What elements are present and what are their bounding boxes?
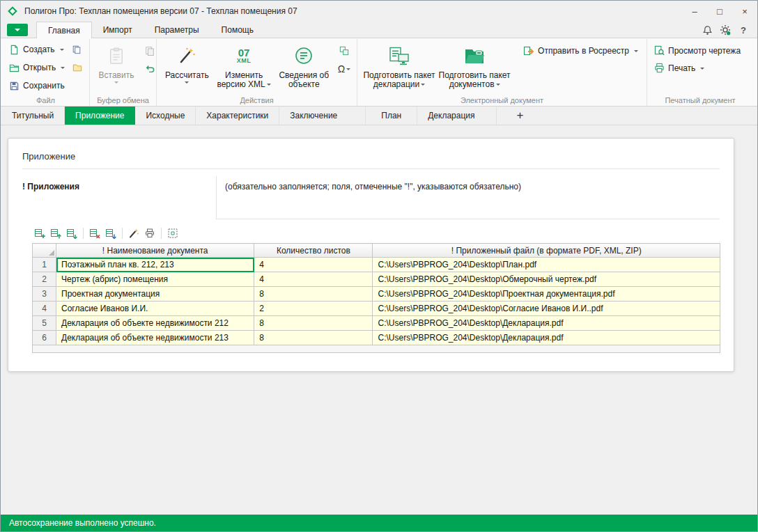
help-icon[interactable]: ? bbox=[736, 23, 750, 37]
copy-button[interactable] bbox=[141, 43, 158, 58]
sheet-count-cell[interactable]: 8 bbox=[254, 316, 373, 331]
attached-file-cell[interactable]: C:\Users\PBPROG_204\Desktop\Проектная до… bbox=[373, 287, 720, 302]
window-title: Полигон Про: Техплан помещения версии 07… bbox=[24, 6, 297, 16]
xml-version-icon: 07 XML bbox=[237, 47, 252, 64]
undo-arrow-icon bbox=[145, 64, 155, 74]
column-header-sheet-count[interactable]: Количество листов bbox=[254, 244, 373, 258]
ribbon-tab-parameters[interactable]: Параметры bbox=[144, 22, 210, 38]
row-number-cell[interactable]: 6 bbox=[33, 331, 56, 345]
delete-row-button[interactable] bbox=[87, 226, 102, 240]
sheet-count-cell[interactable]: 4 bbox=[254, 272, 373, 287]
doc-tab-attachment[interactable]: Приложение bbox=[65, 107, 135, 125]
ribbon-tab-main[interactable]: Главная bbox=[36, 22, 92, 38]
sheets-button[interactable] bbox=[336, 43, 353, 58]
expand-table-button[interactable] bbox=[165, 226, 180, 240]
save-floppy-icon bbox=[9, 81, 20, 91]
print-button[interactable]: Печать bbox=[651, 61, 707, 75]
row-number-cell[interactable]: 5 bbox=[33, 316, 56, 331]
ribbon-tab-help[interactable]: Помощь bbox=[210, 22, 265, 38]
close-button[interactable]: × bbox=[732, 1, 757, 22]
document-name-cell[interactable]: Согласие Иванов И.И. bbox=[56, 302, 254, 316]
row-number-cell[interactable]: 2 bbox=[33, 272, 56, 287]
sheet-count-cell[interactable]: 2 bbox=[254, 302, 373, 316]
doc-tab-characteristics[interactable]: Характеристики bbox=[196, 107, 279, 125]
table-row: 5Декларация об объекте недвижимости 2128… bbox=[33, 316, 720, 331]
add-row-button[interactable] bbox=[32, 226, 47, 240]
drawing-preview-button[interactable]: Просмотр чертежа bbox=[651, 44, 743, 57]
expand-table-icon bbox=[167, 228, 178, 239]
print-table-button[interactable] bbox=[142, 226, 157, 240]
document-name-cell[interactable]: Проектная документация bbox=[56, 287, 254, 302]
attachments-table-body: 1Поэтажный план кв. 212, 2134C:\Users\PB… bbox=[33, 258, 720, 345]
ribbon-group-printed: Просмотр чертежа Печать Печатный докумен… bbox=[647, 39, 753, 106]
insert-row-below-button[interactable] bbox=[64, 226, 79, 240]
add-tab-button[interactable]: + bbox=[506, 107, 534, 125]
app-window: Полигон Про: Техплан помещения версии 07… bbox=[0, 0, 758, 532]
object-info-button[interactable]: Сведения об объекте bbox=[275, 40, 333, 96]
attached-file-cell[interactable]: C:\Users\PBPROG_204\Desktop\Согласие Ива… bbox=[373, 302, 720, 316]
attached-file-cell[interactable]: C:\Users\PBPROG_204\Desktop\Декларация.p… bbox=[373, 331, 720, 345]
symbols-button[interactable]: Ω bbox=[336, 61, 353, 77]
minimize-button[interactable]: – bbox=[682, 1, 707, 22]
save-button[interactable]: Сохранить bbox=[6, 79, 68, 93]
document-name-cell[interactable]: Поэтажный план кв. 212, 213 bbox=[56, 258, 254, 272]
insert-row-above-button[interactable] bbox=[48, 226, 63, 240]
maximize-button[interactable]: □ bbox=[707, 1, 732, 22]
autofill-button[interactable] bbox=[126, 226, 141, 240]
open-button[interactable]: Открыть bbox=[6, 61, 68, 75]
table-header-row: ! Наименование документа Количество лист… bbox=[33, 244, 720, 258]
print-button-label: Печать bbox=[668, 63, 695, 73]
attachments-field-row: ! Приложения (обязательно заполняется; п… bbox=[22, 176, 720, 219]
column-header-attached-file[interactable]: ! Приложенный файл (в формате PDF, XML, … bbox=[373, 244, 720, 258]
table-row: 3Проектная документация8C:\Users\PBPROG_… bbox=[33, 287, 720, 302]
sheet-count-cell[interactable]: 8 bbox=[254, 331, 373, 345]
sheet-count-cell[interactable]: 8 bbox=[254, 287, 373, 302]
paste-button[interactable]: Вставить bbox=[94, 40, 139, 96]
notifications-bell-icon[interactable] bbox=[700, 23, 714, 37]
change-xml-version-button[interactable]: 07 XML Изменить версию XML bbox=[213, 40, 275, 96]
doc-tab-declaration[interactable]: Декларация bbox=[417, 107, 496, 125]
xml-icon-text: XML bbox=[237, 58, 252, 64]
select-all-corner[interactable] bbox=[33, 244, 56, 258]
send-to-rosreestr-button[interactable]: Отправить в Росреестр bbox=[519, 43, 642, 58]
drawing-preview-label: Просмотр чертежа bbox=[668, 46, 741, 56]
move-row-button[interactable] bbox=[103, 226, 118, 240]
doc-tab-source[interactable]: Исходные bbox=[135, 107, 196, 125]
attached-file-cell[interactable]: C:\Users\PBPROG_204\Desktop\Обмерочный ч… bbox=[373, 272, 720, 287]
main-menu-button[interactable] bbox=[7, 24, 28, 36]
attached-file-cell[interactable]: C:\Users\PBPROG_204\Desktop\Декларация.p… bbox=[373, 316, 720, 331]
document-name-cell[interactable]: Декларация об объекте недвижимости 212 bbox=[56, 316, 254, 331]
prepare-documents-package-button[interactable]: Подготовить пакет документов bbox=[437, 40, 512, 96]
object-info-icon bbox=[294, 42, 314, 69]
paste-button-label: Вставить bbox=[99, 71, 134, 80]
row-number-cell[interactable]: 1 bbox=[33, 258, 56, 272]
table-horizontal-scrollbar[interactable] bbox=[32, 345, 720, 353]
ribbon-right-icons: ? bbox=[700, 22, 757, 38]
document-name-cell[interactable]: Декларация об объекте недвижимости 213 bbox=[56, 331, 254, 345]
ribbon-tab-import[interactable]: Импорт bbox=[92, 22, 144, 38]
attachments-grid: ! Наименование документа Количество лист… bbox=[32, 243, 722, 353]
create-button[interactable]: Создать bbox=[6, 43, 67, 56]
document-name-cell[interactable]: Чертеж (абрис) помещения bbox=[56, 272, 254, 287]
settings-gear-icon[interactable] bbox=[718, 23, 732, 37]
group-label-actions: Действия bbox=[157, 96, 357, 104]
doc-tab-conclusion[interactable]: Заключение bbox=[279, 107, 366, 125]
change-xml-label-line2: версию XML bbox=[217, 80, 265, 89]
calculate-button[interactable]: Рассчитать bbox=[161, 40, 213, 96]
undo-button[interactable] bbox=[141, 61, 158, 77]
sheets-icon bbox=[339, 46, 349, 56]
prepare-declaration-package-button[interactable]: Подготовить пакет декларации bbox=[362, 40, 437, 96]
doc-tab-plan[interactable]: План bbox=[366, 107, 417, 125]
doc-tab-title-page[interactable]: Титульный bbox=[1, 107, 65, 125]
title-divider bbox=[22, 169, 720, 169]
row-number-cell[interactable]: 3 bbox=[33, 287, 56, 302]
ribbon-group-file: Создать Открыть Сохранить bbox=[2, 39, 90, 106]
create-button-label: Создать bbox=[23, 45, 55, 54]
open-secondary-button[interactable] bbox=[69, 60, 85, 75]
row-number-cell[interactable]: 4 bbox=[33, 302, 56, 316]
sheet-count-cell[interactable]: 4 bbox=[254, 258, 373, 272]
attached-file-cell[interactable]: C:\Users\PBPROG_204\Desktop\План.pdf bbox=[373, 258, 720, 272]
create-secondary-button[interactable] bbox=[68, 42, 85, 57]
column-header-document-name[interactable]: ! Наименование документа bbox=[56, 244, 254, 258]
content-area: Приложение ! Приложения (обязательно зап… bbox=[1, 125, 757, 515]
